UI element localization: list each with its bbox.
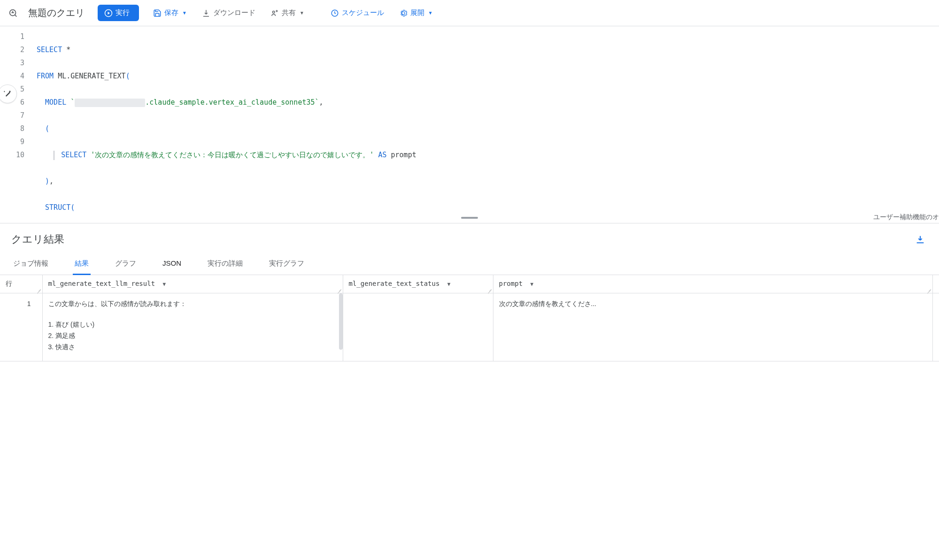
query-insights-icon[interactable] (4, 4, 23, 23)
run-button-label: 実行 (115, 8, 130, 17)
tab-job-info[interactable]: ジョブ情報 (11, 253, 50, 275)
save-icon (153, 9, 162, 17)
resize-grip-icon[interactable] (927, 287, 931, 292)
cell-llm-result: この文章からは、以下の感情が読み取れます： 1. 喜び (嬉しい) 2. 満足感… (42, 293, 343, 361)
results-header: クエリ結果 (0, 223, 939, 253)
expand-button-label: 展開 (410, 8, 424, 17)
cell-prompt: 次の文章の感情を教えてくださ... (493, 293, 932, 361)
tab-json[interactable]: JSON (161, 253, 183, 275)
tab-results[interactable]: 結果 (73, 253, 91, 275)
gear-icon (399, 9, 408, 17)
download-button-label: ダウンロード (213, 8, 255, 17)
sql-editor[interactable]: 1 2 3 4 5 6 7 8 9 10 SELECT * FROM ML.GE… (0, 26, 939, 214)
results-tabs: ジョブ情報 結果 グラフ JSON 実行の詳細 実行グラフ (0, 253, 939, 275)
tab-graph[interactable]: グラフ (113, 253, 138, 275)
tab-exec-graph[interactable]: 実行グラフ (267, 253, 306, 275)
download-results-button[interactable] (913, 232, 928, 247)
panel-resizer[interactable]: ユーザー補助機能のオ (0, 214, 939, 223)
col-header-row[interactable]: 行 (0, 275, 42, 293)
col-header-llm-result[interactable]: ml_generate_text_llm_result ▼ (42, 275, 343, 293)
code-content[interactable]: SELECT * FROM ML.GENERATE_TEXT( MODEL `.… (33, 26, 939, 214)
tab-exec-details[interactable]: 実行の詳細 (206, 253, 245, 275)
resize-grip-icon[interactable] (337, 287, 342, 292)
share-icon (270, 9, 279, 17)
cell-row-index: 1 (0, 293, 42, 361)
query-title: 無題のクエリ (28, 7, 85, 19)
caret-down-icon: ▼ (300, 10, 304, 15)
caret-down-icon: ▼ (182, 10, 187, 15)
play-icon (104, 9, 113, 17)
download-icon (915, 234, 925, 245)
run-button[interactable]: 実行 (98, 5, 139, 21)
save-button[interactable]: 保存 ▼ (146, 5, 193, 21)
caret-down-icon: ▼ (428, 10, 433, 15)
resize-grip-icon[interactable] (487, 287, 492, 292)
schedule-button[interactable]: スケジュール (324, 5, 391, 21)
drag-handle-icon[interactable] (461, 217, 478, 219)
download-icon (202, 9, 210, 17)
schedule-button-label: スケジュール (342, 8, 384, 17)
a11y-hint-text: ユーザー補助機能のオ (873, 213, 939, 222)
download-button[interactable]: ダウンロード (195, 5, 262, 21)
results-heading: クエリ結果 (11, 232, 64, 246)
expand-button[interactable]: 展開 ▼ (393, 5, 439, 21)
resize-grip-icon[interactable] (37, 287, 41, 292)
query-toolbar: 無題のクエリ 実行 保存 ▼ ダウンロード 共有 ▼ (0, 0, 939, 26)
redacted-project-id (75, 99, 145, 107)
cell-scrollbar[interactable] (339, 293, 343, 350)
magic-wand-icon (3, 89, 12, 99)
sort-caret-icon[interactable]: ▼ (531, 281, 534, 287)
col-header-prompt[interactable]: prompt ▼ (493, 275, 932, 293)
col-header-status[interactable]: ml_generate_text_status ▼ (343, 275, 493, 293)
sort-caret-icon[interactable]: ▼ (447, 281, 451, 287)
results-table: 行 ml_generate_text_llm_result ▼ ml_gener… (0, 275, 939, 361)
line-number-gutter: 1 2 3 4 5 6 7 8 9 10 (0, 26, 33, 214)
clock-icon (331, 9, 339, 17)
table-row: 1 この文章からは、以下の感情が読み取れます： 1. 喜び (嬉しい) 2. 満… (0, 293, 939, 361)
share-button-label: 共有 (282, 8, 296, 17)
cell-status (343, 293, 493, 361)
save-button-label: 保存 (164, 8, 178, 17)
share-button[interactable]: 共有 ▼ (264, 5, 311, 21)
sort-caret-icon[interactable]: ▼ (163, 281, 166, 287)
svg-point-2 (272, 11, 275, 13)
